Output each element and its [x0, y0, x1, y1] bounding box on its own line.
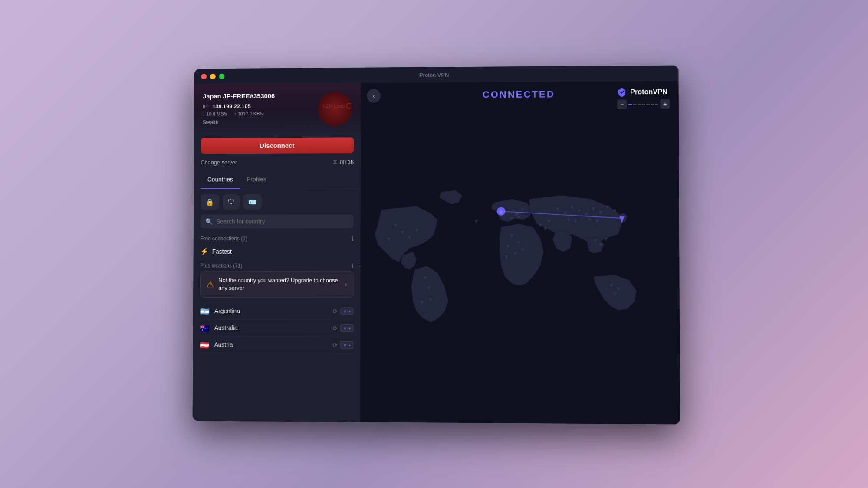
fastest-item[interactable]: ⚡ Fastest: [200, 244, 353, 259]
decorative-circle: [318, 92, 352, 126]
vpn-shield-icon: ▼: [343, 343, 347, 347]
warning-icon: ⚠: [207, 279, 214, 289]
tab-countries[interactable]: Countries: [201, 170, 240, 189]
list-item[interactable]: 🇦🇺 Australia ⟳ ▼ +: [200, 319, 353, 337]
list-item[interactable]: 🇦🇷 Argentina ⟳ ▼ +: [200, 303, 354, 320]
free-connections-header: Free connections (1) ℹ: [200, 232, 353, 244]
zoom-dot: [628, 103, 632, 105]
shield-filter-icon: 🛡: [228, 198, 235, 206]
ip-value: 138.199.22.105: [212, 103, 251, 109]
zoom-controls: − +: [617, 99, 670, 109]
map-area: CONNECTED ProtonVPN −: [360, 81, 680, 424]
protonvpn-logo-icon: [617, 87, 627, 97]
australia-flag: 🇦🇺: [200, 324, 210, 331]
fastest-label: Fastest: [212, 248, 232, 255]
main-content: Japan JP-FREE#353006 IP: 138.199.22.105 …: [193, 81, 680, 424]
filter-secure-button[interactable]: 🛡: [223, 194, 240, 210]
plus-badge: ▼ +: [340, 324, 353, 332]
disconnect-button[interactable]: Disconnect: [201, 137, 354, 154]
upgrade-text: Not the country you wanted? Upgrade to c…: [218, 276, 340, 292]
zoom-dot: [646, 103, 650, 105]
upgrade-title: Not the country you wanted? Upgrade to c…: [218, 276, 340, 292]
chevron-right-icon: ›: [345, 280, 347, 288]
lightning-icon: ⚡: [200, 247, 209, 255]
country-name: Argentina: [214, 308, 332, 315]
download-speed: ↓ 10.8 MB/s: [203, 111, 227, 116]
country-actions: ⟳ ▼ +: [332, 307, 353, 315]
change-server-row: Change server ⧖ 00:38: [194, 156, 361, 170]
svg-marker-44: [475, 220, 478, 223]
timer-badge: ⧖ 00:38: [333, 158, 354, 165]
search-input[interactable]: [216, 218, 349, 225]
argentina-flag: 🇦🇷: [200, 307, 210, 315]
refresh-icon[interactable]: ⟳: [332, 341, 338, 348]
minimize-button[interactable]: [210, 73, 216, 79]
search-input-wrap: 🔍: [201, 214, 354, 228]
country-name: Austria: [214, 341, 333, 348]
lock-filter-icon: 🔒: [206, 198, 214, 206]
close-button[interactable]: [201, 73, 207, 79]
window-title: Proton VPN: [419, 71, 449, 78]
change-server-button[interactable]: Change server: [201, 159, 237, 165]
free-connections-title: Free connections (1): [200, 236, 247, 242]
zoom-dot: [642, 103, 645, 105]
traffic-lights: [201, 73, 224, 79]
upgrade-banner[interactable]: ⚠ Not the country you wanted? Upgrade to…: [200, 271, 354, 298]
filter-row: 🔒 🛡 🪪: [194, 189, 361, 214]
timer-value: 00:38: [340, 158, 354, 165]
search-container: 🔍: [194, 214, 361, 232]
refresh-icon[interactable]: ⟳: [332, 308, 338, 314]
zoom-dot: [633, 103, 636, 105]
plus-connections-header: Plus locations (71) ℹ: [200, 259, 354, 271]
protonvpn-logo: ProtonVPN: [617, 87, 670, 97]
refresh-icon[interactable]: ⟳: [332, 324, 338, 331]
filter-all-button[interactable]: 🔒: [201, 194, 219, 210]
list-item[interactable]: 🇦🇹 Austria ⟳ ▼ +: [200, 336, 353, 354]
austria-flag: 🇦🇹: [200, 341, 210, 348]
zoom-in-button[interactable]: +: [660, 99, 670, 108]
plus-badge: ▼ +: [340, 341, 353, 349]
server-list: Free connections (1) ℹ ⚡ Fastest Plus lo…: [193, 232, 361, 422]
country-name: Australia: [214, 324, 332, 332]
maximize-button[interactable]: [219, 73, 225, 79]
timer-icon: ⧖: [333, 158, 337, 165]
zoom-out-button[interactable]: −: [617, 99, 627, 109]
filter-streaming-button[interactable]: 🪪: [243, 194, 262, 209]
ip-label: IP:: [203, 103, 209, 109]
left-panel: Japan JP-FREE#353006 IP: 138.199.22.105 …: [193, 83, 361, 422]
world-map: ⌂: [360, 115, 680, 424]
connected-status: CONNECTED: [483, 88, 555, 100]
protocol-badge: Stealth: [203, 119, 219, 125]
plus-connections-info-icon[interactable]: ℹ: [352, 262, 354, 269]
tabs-row: Countries Profiles: [194, 170, 361, 189]
zoom-bar: [628, 103, 658, 105]
zoom-dot: [651, 103, 654, 105]
card-filter-icon: 🪪: [248, 197, 257, 206]
country-actions: ⟳ ▼ +: [332, 324, 353, 332]
app-window: Proton VPN Japan JP-FREE#353006 IP: 138.…: [193, 65, 680, 424]
collapse-panel-button[interactable]: ‹: [367, 88, 381, 102]
free-connections-info-icon[interactable]: ℹ: [352, 235, 354, 242]
vpn-shield-icon: ▼: [343, 326, 347, 331]
plus-connections-title: Plus locations (71): [200, 262, 242, 269]
vpn-shield-icon: ▼: [343, 309, 347, 314]
zoom-dot: [637, 103, 641, 105]
tab-profiles[interactable]: Profiles: [240, 170, 273, 189]
zoom-dot: [655, 103, 658, 105]
svg-text:⌂: ⌂: [500, 210, 502, 213]
upload-speed: ↑ 1017.0 KB/s: [234, 111, 263, 116]
search-icon: 🔍: [205, 218, 213, 225]
country-actions: ⟳ ▼ +: [332, 341, 353, 349]
plus-badge: ▼ +: [340, 307, 353, 315]
connection-info: Japan JP-FREE#353006 IP: 138.199.22.105 …: [194, 83, 361, 133]
